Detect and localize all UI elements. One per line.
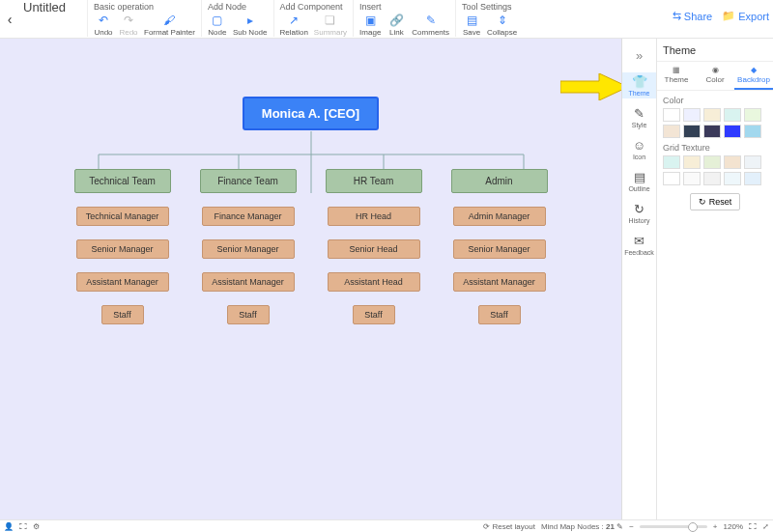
color-swatch[interactable] (724, 125, 741, 138)
role-node[interactable]: Assistant Manager (453, 272, 546, 292)
image-button[interactable]: ▣Image (359, 14, 381, 37)
mini-history[interactable]: ↻History (622, 200, 656, 226)
people-icon[interactable]: 👤 (4, 522, 14, 531)
color-swatch[interactable] (683, 125, 701, 138)
svg-marker-0 (560, 73, 622, 100)
grid-swatch[interactable] (724, 172, 741, 185)
fit-icon[interactable]: ⛶ (749, 522, 757, 531)
undo-button[interactable]: ↶Undo (94, 14, 113, 37)
grid-swatch[interactable] (683, 155, 701, 169)
role-node[interactable]: Assistant Head (328, 272, 420, 292)
role-node[interactable]: Assistant Manager (76, 272, 169, 292)
role-node[interactable]: Senior Manager (76, 239, 169, 259)
grid-swatch[interactable] (703, 155, 721, 169)
settings-icon[interactable]: ⚙ (33, 522, 40, 531)
share-button[interactable]: ⇆Share (673, 10, 712, 22)
color-swatch[interactable] (724, 108, 741, 122)
role-node[interactable]: Senior Head (328, 239, 420, 259)
redo-button[interactable]: ↷Redo (119, 14, 138, 37)
color-swatch[interactable] (683, 108, 701, 122)
sub-node-button[interactable]: ▸Sub Node (233, 14, 268, 37)
role-node[interactable]: Admin Manager (453, 207, 546, 226)
panel-collapse-button[interactable]: » (632, 44, 646, 67)
toolbar: ‹ Untitled Basic operation ↶Undo ↷Redo 🖌… (0, 0, 773, 39)
dept-node[interactable]: Finance Team (200, 169, 297, 193)
color-swatch[interactable] (703, 108, 721, 122)
node-button[interactable]: ▢Node (208, 14, 227, 37)
root-node[interactable]: Monica A. [CEO] (243, 97, 379, 130)
group-title: Add Component (280, 2, 348, 12)
column-technical: Technical Team Technical Manager Senior … (74, 169, 171, 324)
role-node[interactable]: HR Head (328, 207, 420, 226)
relation-button[interactable]: ↗Relation (280, 14, 308, 37)
color-swatch[interactable] (744, 125, 761, 138)
summary-icon: ❏ (324, 14, 337, 27)
role-node[interactable]: Staff (101, 305, 144, 324)
mini-style[interactable]: ✎Style (622, 104, 656, 130)
relation-icon: ↗ (287, 14, 301, 27)
grid-swatch[interactable] (703, 172, 721, 185)
document-title[interactable]: Untitled (19, 0, 87, 14)
mini-theme[interactable]: 👕Theme (622, 72, 656, 98)
grid-swatch[interactable] (663, 155, 680, 169)
theme-icon: 👕 (632, 74, 647, 89)
side-mini: » 👕Theme ✎Style ☺Icon ▤Outline ↻History … (622, 39, 657, 519)
grid-swatch[interactable] (744, 172, 761, 185)
grid-swatch[interactable] (663, 172, 680, 185)
role-node[interactable]: Staff (353, 305, 395, 324)
org-chart: Monica A. [CEO] Technical Team Technical… (41, 97, 582, 324)
collapse-button[interactable]: ⇕Collapse (487, 14, 517, 37)
reset-layout-button[interactable]: ⟳ Reset layout (483, 522, 535, 531)
role-node[interactable]: Staff (227, 305, 270, 324)
fullscreen-icon[interactable]: ⛶ (19, 522, 27, 531)
group-basic-operation: Basic operation ↶Undo ↷Redo 🖌Format Pain… (87, 0, 201, 37)
nodes-count-label: Mind Map Nodes : 21 ✎ (541, 522, 623, 531)
canvas[interactable]: Monica A. [CEO] Technical Team Technical… (0, 39, 622, 519)
role-node[interactable]: Senior Manager (453, 239, 546, 259)
column-admin: Admin Admin Manager Senior Manager Assis… (451, 169, 548, 324)
expand-icon[interactable]: ⤢ (762, 522, 769, 531)
history-icon: ↻ (634, 202, 644, 216)
tab-backdrop[interactable]: ◆Backdrop (734, 62, 773, 90)
comments-button[interactable]: ✎Comments (412, 14, 449, 37)
color-swatch[interactable] (663, 108, 680, 122)
outline-icon: ▤ (634, 170, 645, 184)
share-icon: ⇆ (673, 10, 681, 22)
grid-swatch[interactable] (744, 155, 761, 169)
role-node[interactable]: Staff (478, 305, 521, 324)
summary-button[interactable]: ❏Summary (314, 14, 347, 37)
reset-icon: ↻ (699, 197, 706, 207)
zoom-slider[interactable] (640, 525, 707, 528)
highlight-arrow (560, 73, 622, 102)
group-title: Tool Settings (462, 2, 517, 12)
color-tab-icon: ◉ (712, 66, 719, 74)
grid-swatch[interactable] (724, 155, 741, 169)
role-node[interactable]: Finance Manager (202, 207, 295, 226)
color-swatch[interactable] (744, 108, 761, 122)
color-swatch[interactable] (703, 125, 721, 138)
grid-swatch[interactable] (683, 172, 701, 185)
save-button[interactable]: ▤Save (462, 14, 481, 37)
role-node[interactable]: Senior Manager (202, 239, 295, 259)
back-button[interactable]: ‹ (0, 0, 19, 39)
role-node[interactable]: Technical Manager (76, 207, 169, 226)
tab-theme[interactable]: ▦Theme (657, 62, 696, 90)
dept-node[interactable]: Technical Team (74, 169, 171, 193)
zoom-in-button[interactable]: + (713, 522, 718, 531)
role-node[interactable]: Assistant Manager (202, 272, 295, 292)
dept-node[interactable]: Admin (451, 169, 548, 193)
zoom-out-button[interactable]: − (629, 522, 634, 531)
export-button[interactable]: 📁Export (722, 10, 769, 22)
backdrop-tab-icon: ◆ (751, 66, 757, 74)
dept-node[interactable]: HR Team (326, 169, 422, 193)
link-button[interactable]: 🔗Link (386, 14, 406, 37)
mini-outline[interactable]: ▤Outline (622, 168, 656, 194)
node-icon: ▢ (211, 14, 224, 27)
mini-feedback[interactable]: ✉Feedback (622, 232, 656, 258)
color-swatch[interactable] (663, 125, 680, 138)
panel-title: Theme (657, 39, 773, 62)
format-painter-button[interactable]: 🖌Format Painter (144, 14, 195, 37)
reset-button[interactable]: ↻Reset (690, 193, 741, 210)
tab-color[interactable]: ◉Color (696, 62, 734, 90)
mini-icon[interactable]: ☺Icon (622, 136, 656, 162)
